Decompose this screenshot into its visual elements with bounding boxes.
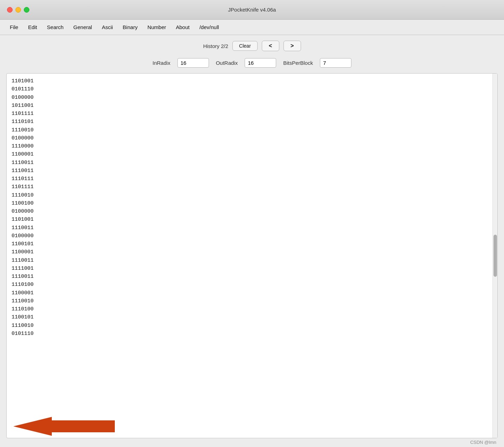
content-area: 1101001 0101110 0100000 1011001 1101111 … xyxy=(6,73,498,438)
in-radix-input[interactable] xyxy=(177,58,209,68)
bits-per-block-label: BitsPerBlock xyxy=(283,60,313,66)
menu-edit[interactable]: Edit xyxy=(24,23,41,32)
menu-bar: File Edit Search General Ascii Binary Nu… xyxy=(0,20,504,35)
menu-binary[interactable]: Binary xyxy=(119,23,142,32)
menu-number[interactable]: Number xyxy=(143,23,170,32)
title-bar: JPocketKnife v4.06a xyxy=(0,0,504,20)
in-radix-label: InRadix xyxy=(153,60,170,66)
toolbar: History 2/2 Clear < > xyxy=(0,35,504,55)
scrollbar-track[interactable] xyxy=(492,74,497,438)
menu-ascii[interactable]: Ascii xyxy=(98,23,117,32)
clear-button[interactable]: Clear xyxy=(232,41,257,51)
window-title: JPocketKnife v4.06a xyxy=(228,7,276,13)
menu-general[interactable]: General xyxy=(69,23,96,32)
menu-file[interactable]: File xyxy=(6,23,22,32)
maximize-button[interactable] xyxy=(24,7,29,13)
menu-about[interactable]: About xyxy=(172,23,194,32)
bits-per-block-input[interactable] xyxy=(320,58,351,68)
params-row: InRadix OutRadix BitsPerBlock xyxy=(0,55,504,73)
minimize-button[interactable] xyxy=(15,7,21,13)
watermark: CSDN @lmn xyxy=(470,440,496,445)
next-button[interactable]: > xyxy=(284,41,301,51)
prev-button[interactable]: < xyxy=(262,41,279,51)
out-radix-label: OutRadix xyxy=(216,60,238,66)
text-output[interactable]: 1101001 0101110 0100000 1011001 1101111 … xyxy=(7,74,492,438)
traffic-lights xyxy=(7,7,29,13)
menu-devnull[interactable]: /dev/null xyxy=(195,23,223,32)
history-label: History 2/2 xyxy=(203,43,228,49)
menu-search[interactable]: Search xyxy=(43,23,68,32)
out-radix-input[interactable] xyxy=(245,58,276,68)
close-button[interactable] xyxy=(7,7,13,13)
scrollbar-thumb[interactable] xyxy=(493,235,497,277)
